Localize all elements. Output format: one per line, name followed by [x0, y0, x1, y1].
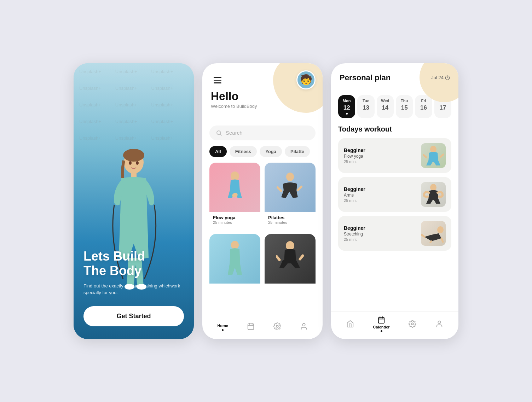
watermark: Unsplash+: [115, 69, 137, 74]
cal-day-num-sat: 17: [439, 104, 446, 111]
p3-nav-profile[interactable]: [435, 320, 443, 328]
menu-button[interactable]: [211, 74, 224, 86]
nav-home-dot: [222, 329, 224, 331]
cal-day-mon[interactable]: Mon 12: [338, 95, 355, 118]
cal-day-name-wed: Wed: [381, 99, 389, 103]
p3-nav-calendar[interactable]: Calender: [373, 316, 390, 332]
hero-subtitle: Find out the exactly diet and training w…: [83, 282, 184, 296]
figure-4-svg: [276, 239, 304, 278]
workout-level-1: Begginer: [344, 147, 417, 153]
plan-date-area: Jul 24: [431, 75, 450, 80]
cal-day-fri[interactable]: Fri 16: [415, 95, 432, 118]
svg-point-22: [276, 325, 278, 327]
svg-rect-33: [378, 317, 384, 323]
hamburger-icon: [214, 77, 221, 83]
cal-day-name-fri: Fri: [421, 99, 426, 103]
cal-day-thu[interactable]: Thu 15: [396, 95, 413, 118]
p3-nav-settings[interactable]: [409, 320, 416, 328]
phone-2: 🧒 Hello Welcome to BuildBody Search All: [202, 63, 323, 339]
svg-line-30: [422, 235, 424, 237]
workout-img-2: [421, 182, 446, 207]
svg-line-17: [300, 256, 303, 259]
plan-title: Personal plan: [340, 73, 391, 82]
phone3-body: Mon 12 Tue 13 Wed 14 Thu 15 Fri 16 Sat: [331, 92, 458, 311]
watermark: Unsplash+: [115, 102, 137, 107]
phone2-header-area: 🧒 Hello Welcome to BuildBody: [202, 63, 323, 120]
greeting-hello: Hello: [211, 90, 314, 103]
nav-settings[interactable]: [273, 322, 281, 332]
filter-all[interactable]: All: [209, 146, 227, 157]
workout-title-2: Pilattes: [268, 215, 312, 220]
profile-icon: [300, 322, 308, 332]
svg-point-29: [437, 226, 444, 233]
figure-3-svg: [222, 239, 247, 278]
svg-line-12: [278, 187, 281, 191]
cal-day-num-tue: 13: [363, 104, 369, 111]
svg-point-1: [123, 149, 144, 162]
svg-line-31: [441, 238, 443, 242]
pilates-figure-svg: [276, 170, 304, 205]
phone2-body: Search All Fitness Yoga Pilatte: [202, 120, 323, 318]
cal-day-wed[interactable]: Wed 14: [377, 95, 394, 118]
calendar-icon-active: [377, 316, 385, 324]
workout-duration-1: 25 minutes: [213, 220, 257, 225]
svg-line-32: [430, 241, 432, 243]
phone3-bottom-navigation: Calender: [331, 311, 458, 339]
workout-img-3: [421, 221, 446, 246]
phone1-content: Lets Build The Body Find out the exactly…: [74, 249, 194, 326]
workout-card-4[interactable]: [265, 234, 316, 301]
yoga-figure-svg: [221, 170, 249, 205]
workout-card-pilattes[interactable]: Pilattes 25 minutes: [265, 163, 316, 230]
arms-thumbnail: [423, 184, 444, 205]
watermark: Unsplash+: [151, 102, 173, 107]
search-bar[interactable]: Search: [209, 126, 316, 140]
workout-level-2: Begginer: [344, 186, 417, 192]
profile-icon-p3: [435, 320, 443, 328]
workout-item-info-1: Begginer Flow yoga 25 mint: [344, 147, 417, 164]
avatar-icon: 🧒: [300, 74, 312, 86]
nav-calendar[interactable]: [247, 322, 255, 332]
search-placeholder: Search: [226, 130, 243, 136]
nav-home-label: Home: [217, 324, 228, 328]
workout-item-info-3: Begginer Stretching 25 mint: [344, 225, 417, 241]
watermark: Unsplash+: [79, 86, 101, 91]
greeting-welcome: Welcome to BuildBody: [211, 104, 314, 109]
avatar[interactable]: 🧒: [296, 70, 316, 89]
svg-line-8: [220, 134, 221, 135]
workout-item-1[interactable]: Begginer Flow yoga 25 mint: [338, 138, 451, 173]
nav-profile[interactable]: [300, 322, 308, 332]
workout-title-1: Flow yoga: [213, 215, 257, 220]
svg-line-26: [423, 155, 426, 157]
cal-day-name-tue: Tue: [363, 99, 369, 103]
cal-day-tue[interactable]: Tue 13: [357, 95, 374, 118]
workout-name-2: Arms: [344, 193, 417, 198]
workout-name-1: Flow yoga: [344, 154, 417, 159]
watermark: Unsplash+: [115, 86, 137, 91]
svg-point-25: [430, 146, 436, 153]
todays-workout-label: Todays workout: [338, 125, 451, 133]
workout-dur-3: 25 mint: [344, 237, 417, 241]
workout-card-info-4: [265, 284, 316, 289]
filter-yoga[interactable]: Yoga: [260, 146, 282, 157]
workout-name-3: Stretching: [344, 232, 417, 237]
filter-pilatte[interactable]: Pilatte: [285, 146, 310, 157]
watermark: Unsplash+: [79, 102, 101, 107]
workout-card-image-4: [265, 234, 316, 284]
menu-line-3: [214, 82, 221, 83]
filter-fitness[interactable]: Fitness: [230, 146, 257, 157]
cal-day-num-mon: 12: [343, 104, 350, 111]
svg-point-14: [231, 241, 239, 249]
workout-card-3[interactable]: [209, 234, 260, 301]
workout-item-info-2: Begginer Arms 25 mint: [344, 186, 417, 203]
workout-card-flow-yoga[interactable]: Flow yoga 25 minutes: [209, 163, 260, 230]
workout-item-3[interactable]: Begginer Stretching 25 mint: [338, 216, 451, 251]
plan-date-text: Jul 24: [431, 75, 444, 80]
workout-item-2[interactable]: Begginer Arms 25 mint: [338, 177, 451, 212]
watermark: Unsplash+: [151, 69, 173, 74]
nav-home[interactable]: Home: [217, 324, 228, 331]
get-started-button[interactable]: Get Started: [83, 306, 184, 326]
p3-nav-home[interactable]: [346, 320, 354, 328]
calendar-icon: [247, 322, 255, 332]
svg-point-11: [286, 173, 294, 181]
p3-nav-calendar-label: Calender: [373, 325, 390, 329]
